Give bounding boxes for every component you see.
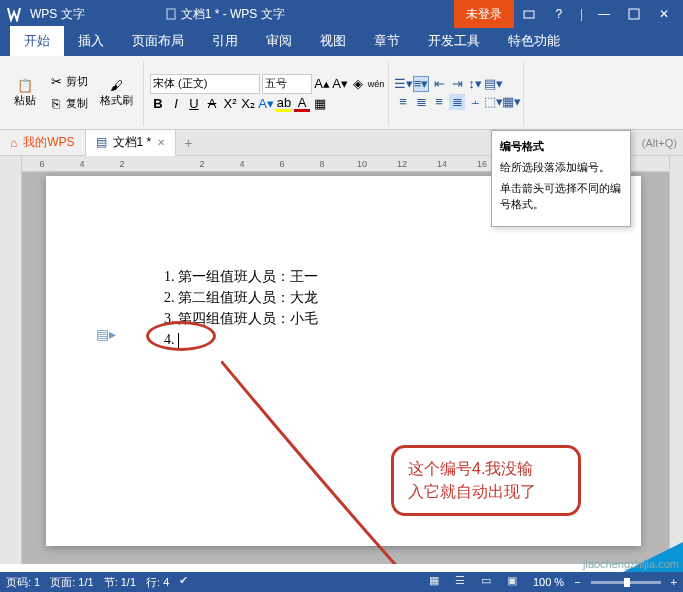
distribute-icon[interactable]: ⫠ (467, 94, 483, 110)
home-tab[interactable]: ⌂ 我的WPS (0, 130, 86, 155)
vertical-ruler[interactable] (0, 156, 22, 564)
list-item[interactable]: 第一组值班人员：王一 (178, 266, 531, 287)
tab-insert[interactable]: 插入 (64, 26, 118, 56)
bold-icon[interactable]: B (150, 96, 166, 112)
annotation-circle (146, 321, 216, 351)
vertical-scrollbar[interactable] (669, 156, 683, 564)
page[interactable]: 第一组值班人员：王一 第二组值班人员：大龙 第四组值班人员：小毛 ▤▸ 这个编号… (46, 176, 641, 546)
align-center-icon[interactable]: ≣ (413, 94, 429, 110)
tooltip-title: 编号格式 (500, 139, 622, 154)
increase-font-icon[interactable]: A▴ (314, 76, 330, 92)
document-icon (165, 8, 177, 20)
copy-icon: ⎘ (48, 96, 64, 112)
list-item[interactable] (178, 329, 531, 350)
paste-icon: 📋 (17, 77, 33, 93)
tab-view[interactable]: 视图 (306, 26, 360, 56)
status-pagecode[interactable]: 页码: 1 (6, 575, 40, 590)
close-icon[interactable]: ✕ (649, 0, 679, 28)
clear-format-icon[interactable]: ◈ (350, 76, 366, 92)
align-justify-icon[interactable]: ≣ (449, 94, 465, 110)
help-icon[interactable]: ? (544, 0, 574, 28)
view-web-icon[interactable]: ▭ (481, 574, 497, 590)
status-section[interactable]: 节: 1/1 (104, 575, 136, 590)
spellcheck-icon[interactable]: ✔ (179, 574, 195, 590)
shading-icon[interactable]: ⬚▾ (485, 94, 501, 110)
zoom-out-button[interactable]: − (574, 576, 580, 588)
alt-q-hint: (Alt+Q) (642, 137, 677, 149)
copy-button[interactable]: ⎘复制 (44, 94, 92, 114)
zoom-slider[interactable] (591, 581, 661, 584)
minimize-icon[interactable]: — (589, 0, 619, 28)
tab-start[interactable]: 开始 (10, 26, 64, 56)
app-name: WPS 文字 (30, 6, 85, 23)
numbering-icon[interactable]: ≡▾ (413, 76, 429, 92)
font-name-combo[interactable] (150, 74, 260, 94)
menu-bar: 开始 插入 页面布局 引用 审阅 视图 章节 开发工具 特色功能 (0, 28, 683, 56)
highlight-icon[interactable]: ab (276, 96, 292, 112)
view-print-icon[interactable]: ▦ (429, 574, 445, 590)
doc-tab-1[interactable]: ▤ 文档1 * ✕ (86, 130, 177, 156)
numbering-tooltip: 编号格式 给所选段落添加编号。 单击箭头可选择不同的编号格式。 (491, 130, 631, 227)
status-bar: 页码: 1 页面: 1/1 节: 1/1 行: 4 ✔ ▦ ☰ ▭ ▣ 100 … (0, 572, 683, 592)
paste-button[interactable]: 📋 粘贴 (8, 75, 42, 110)
italic-icon[interactable]: I (168, 96, 184, 112)
para-settings-icon[interactable]: ▤▾ (485, 76, 501, 92)
align-left-icon[interactable]: ≡ (395, 94, 411, 110)
superscript-icon[interactable]: X² (222, 96, 238, 112)
annotation-callout: 这个编号4.我没输 入它就自动出现了 (391, 445, 581, 516)
status-line[interactable]: 行: 4 (146, 575, 169, 590)
zoom-in-button[interactable]: + (671, 576, 677, 588)
tab-references[interactable]: 引用 (198, 26, 252, 56)
paragraph-hint-icon[interactable]: ▤▸ (96, 326, 116, 342)
bullets-icon[interactable]: ☰▾ (395, 76, 411, 92)
watermark: jiaochengzhijia.com (583, 558, 679, 570)
brush-icon: 🖌 (109, 77, 125, 93)
tab-dev[interactable]: 开发工具 (414, 26, 494, 56)
view-outline-icon[interactable]: ☰ (455, 574, 471, 590)
view-read-icon[interactable]: ▣ (507, 574, 523, 590)
format-painter-button[interactable]: 🖌 格式刷 (94, 75, 139, 110)
svg-rect-0 (167, 9, 175, 19)
wps-logo-icon (4, 4, 24, 24)
underline-icon[interactable]: U (186, 96, 202, 112)
document-title: 文档1 * - WPS 文字 (181, 6, 285, 23)
borders-icon[interactable]: ▦▾ (503, 94, 519, 110)
list-item[interactable]: 第二组值班人员：大龙 (178, 287, 531, 308)
zoom-value[interactable]: 100 % (533, 576, 564, 588)
skin-icon[interactable] (514, 0, 544, 28)
tooltip-line-1: 给所选段落添加编号。 (500, 160, 622, 175)
scissors-icon: ✂ (48, 74, 64, 90)
char-shading-icon[interactable]: ▦ (312, 96, 328, 112)
subscript-icon[interactable]: X₂ (240, 96, 256, 112)
align-right-icon[interactable]: ≡ (431, 94, 447, 110)
add-tab-button[interactable]: + (176, 135, 200, 151)
increase-indent-icon[interactable]: ⇥ (449, 76, 465, 92)
home-icon: ⌂ (10, 136, 17, 150)
text-effects-icon[interactable]: A▾ (258, 96, 274, 112)
decrease-indent-icon[interactable]: ⇤ (431, 76, 447, 92)
login-badge[interactable]: 未登录 (454, 0, 514, 28)
tab-layout[interactable]: 页面布局 (118, 26, 198, 56)
tab-chapter[interactable]: 章节 (360, 26, 414, 56)
font-color-icon[interactable]: A (294, 96, 310, 112)
tab-review[interactable]: 审阅 (252, 26, 306, 56)
decrease-font-icon[interactable]: A▾ (332, 76, 348, 92)
strike-icon[interactable]: A (204, 96, 220, 112)
svg-rect-1 (524, 11, 534, 18)
status-pageof[interactable]: 页面: 1/1 (50, 575, 93, 590)
tab-close-icon[interactable]: ✕ (157, 137, 165, 148)
doc-icon: ▤ (96, 135, 107, 149)
tab-features[interactable]: 特色功能 (494, 26, 574, 56)
maximize-icon[interactable] (619, 0, 649, 28)
list-item[interactable]: 第四组值班人员：小毛 (178, 308, 531, 329)
line-spacing-icon[interactable]: ↕▾ (467, 76, 483, 92)
svg-rect-2 (629, 9, 639, 19)
font-size-combo[interactable] (262, 74, 312, 94)
document-title-group: 文档1 * - WPS 文字 (165, 6, 285, 23)
tooltip-line-2: 单击箭头可选择不同的编号格式。 (500, 181, 622, 212)
cut-button[interactable]: ✂剪切 (44, 72, 92, 92)
phonetic-icon[interactable]: wén (368, 76, 384, 92)
ribbon: 📋 粘贴 ✂剪切 ⎘复制 🖌 格式刷 A▴ A▾ ◈ wén B I U (0, 56, 683, 130)
